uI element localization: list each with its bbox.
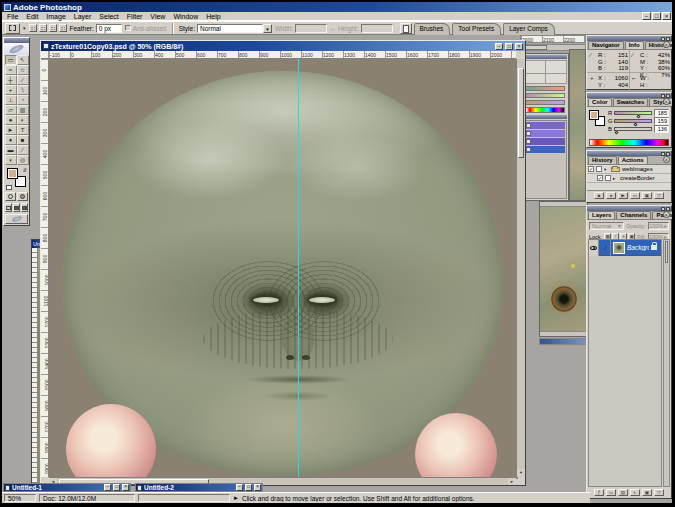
selection-subtract-button[interactable] xyxy=(49,24,57,32)
menu-item[interactable]: Help xyxy=(202,12,224,21)
action-dialog-toggle[interactable] xyxy=(596,166,602,172)
tool-clone-stamp[interactable]: ⊥ xyxy=(5,95,17,105)
visibility-toggle[interactable] xyxy=(589,240,599,256)
palette-well-tab[interactable]: Brushes xyxy=(414,23,451,35)
zoom-level-input[interactable]: 50% xyxy=(4,494,36,502)
palette-well-tab[interactable]: Layer Comps xyxy=(503,23,555,35)
action-checkbox[interactable]: ✓ xyxy=(588,166,594,172)
actions-button-stop[interactable]: ■ xyxy=(594,192,604,199)
palette-menu-icon[interactable]: ▸ xyxy=(663,41,670,48)
palette-collapse-icon[interactable] xyxy=(661,94,665,98)
menu-item[interactable]: Select xyxy=(95,12,122,21)
slider-track[interactable] xyxy=(614,119,652,123)
menu-item[interactable]: Window xyxy=(169,12,202,21)
layers-button-layer-mask[interactable]: ▭ xyxy=(606,489,616,496)
tool-path-selection[interactable]: ► xyxy=(5,125,17,135)
tool-history-brush[interactable]: ◔ xyxy=(17,95,29,105)
horizontal-ruler[interactable]: -100010020030040050060070080090010001100… xyxy=(49,51,516,59)
tool-pen[interactable]: ♦ xyxy=(5,135,17,145)
minimized-doc-untitled-2[interactable]: Untitled-2 – □ × xyxy=(135,483,263,492)
tool-shape[interactable]: ■ xyxy=(17,135,29,145)
slider-track[interactable] xyxy=(614,127,652,131)
standard-mode-button[interactable] xyxy=(5,192,16,201)
doc-maximize-button[interactable]: □ xyxy=(113,484,120,491)
document-title-bar[interactable]: zTexture01Copy03.psd @ 50% (RGB/8#) – □ … xyxy=(41,41,525,51)
tab-channels[interactable]: Channels xyxy=(616,211,651,219)
tool-hand[interactable]: ◖ xyxy=(5,155,17,165)
width-input[interactable] xyxy=(295,24,327,33)
layers-button-layer-set[interactable]: ▤ xyxy=(618,489,628,496)
action-checkbox[interactable]: ✓ xyxy=(597,175,603,181)
floating-mini-palettes[interactable] xyxy=(521,53,569,201)
eye-texture-document[interactable] xyxy=(539,201,588,337)
palette-close-icon[interactable] xyxy=(666,37,670,41)
selection-add-button[interactable] xyxy=(39,24,47,32)
tool-type[interactable]: T xyxy=(17,125,29,135)
palette-menu-icon[interactable]: ▸ xyxy=(663,211,670,218)
default-colors-icon[interactable] xyxy=(6,185,12,190)
minimized-background-doc[interactable] xyxy=(539,338,588,345)
layers-scroll-thumb[interactable] xyxy=(665,241,668,263)
app-title-bar[interactable]: Adobe Photoshop xyxy=(2,2,672,12)
palette-collapse-icon[interactable] xyxy=(661,152,665,156)
actions-button-delete[interactable]: ▽ xyxy=(654,192,664,199)
tool-rectangular-marquee[interactable]: ▭ xyxy=(5,55,17,65)
antialiased-checkbox[interactable] xyxy=(125,25,131,31)
doc-maximize-button[interactable]: □ xyxy=(505,43,513,50)
palette-collapse-icon[interactable] xyxy=(661,207,665,211)
selection-new-button[interactable] xyxy=(29,24,37,32)
foreground-color-swatch[interactable] xyxy=(589,110,599,120)
blend-mode-select[interactable]: Normal ▾ xyxy=(589,222,624,230)
texture-document-sliver[interactable] xyxy=(569,49,586,201)
layers-button-layer-style[interactable]: ƒ xyxy=(594,489,604,496)
layers-button-new-layer[interactable]: ▣ xyxy=(642,489,652,496)
palette-close-icon[interactable] xyxy=(666,207,670,211)
palette-close-icon[interactable] xyxy=(666,94,670,98)
layers-button-delete-layer[interactable]: ▽ xyxy=(654,489,664,496)
tab-history[interactable]: History xyxy=(588,156,617,164)
tool-lasso[interactable]: ≈ xyxy=(5,65,17,75)
layers-scrollbar[interactable] xyxy=(663,239,670,487)
palette-close-icon[interactable] xyxy=(666,152,670,156)
slider-value[interactable]: 159 xyxy=(654,117,669,125)
actions-button-play[interactable]: ▶ xyxy=(618,192,628,199)
tool-healing-brush[interactable]: + xyxy=(5,85,17,95)
file-browser-button[interactable] xyxy=(400,23,412,34)
actions-button-new-set[interactable]: ▭ xyxy=(630,192,640,199)
tool-gradient[interactable]: ▥ xyxy=(17,105,29,115)
menu-item[interactable]: Filter xyxy=(123,12,147,21)
palette-menu-icon[interactable]: ▸ xyxy=(663,156,670,163)
tool-dodge[interactable]: ◐ xyxy=(17,115,29,125)
tool-brush[interactable]: ∖ xyxy=(17,85,29,95)
canvas[interactable] xyxy=(49,59,518,479)
menu-item[interactable]: Image xyxy=(42,12,69,21)
active-tool-button[interactable] xyxy=(5,23,20,34)
tool-crop[interactable]: ┼ xyxy=(5,75,17,85)
foreground-color-swatch[interactable] xyxy=(7,168,18,179)
tool-magic-wand[interactable]: ☆ xyxy=(17,65,29,75)
doc-close-button[interactable]: × xyxy=(254,484,261,491)
vertical-ruler[interactable]: 0100200300400500600700800900100011001200… xyxy=(41,59,49,477)
menu-item[interactable]: Layer xyxy=(70,12,96,21)
actions-button-record[interactable]: ● xyxy=(606,192,616,199)
layers-button-adjustment-layer[interactable]: ◐ xyxy=(630,489,640,496)
palette-well-tab[interactable]: Tool Presets xyxy=(452,23,501,35)
action-dialog-toggle[interactable] xyxy=(605,175,611,181)
menu-item[interactable]: Edit xyxy=(22,12,42,21)
selection-intersect-button[interactable] xyxy=(59,24,67,32)
vertical-scrollbar[interactable]: ▲ ▼ xyxy=(516,59,525,477)
slider-track[interactable] xyxy=(614,111,652,115)
fullscreen-menubar-button[interactable] xyxy=(13,203,20,212)
tool-blur[interactable]: ● xyxy=(5,115,17,125)
layer-row-Background[interactable]: ∕ Background xyxy=(589,240,661,256)
tab-actions[interactable]: Actions xyxy=(618,156,648,164)
expand-arrow-icon[interactable]: ▾ xyxy=(604,167,609,172)
minimize-button[interactable]: – xyxy=(642,12,651,20)
minimized-doc-untitled-1[interactable]: Untitled-1 – □ × xyxy=(3,483,131,492)
style-select[interactable]: Normal ▾ xyxy=(197,24,272,33)
doc-size-readout[interactable]: Doc: 12.0M/12.0M xyxy=(39,494,135,502)
action-row-createborder[interactable]: ✓ ▸ createBorder xyxy=(587,174,671,183)
doc-minimize-button[interactable]: – xyxy=(236,484,243,491)
standard-screen-button[interactable] xyxy=(5,203,12,212)
tab-color[interactable]: Color xyxy=(588,98,612,106)
